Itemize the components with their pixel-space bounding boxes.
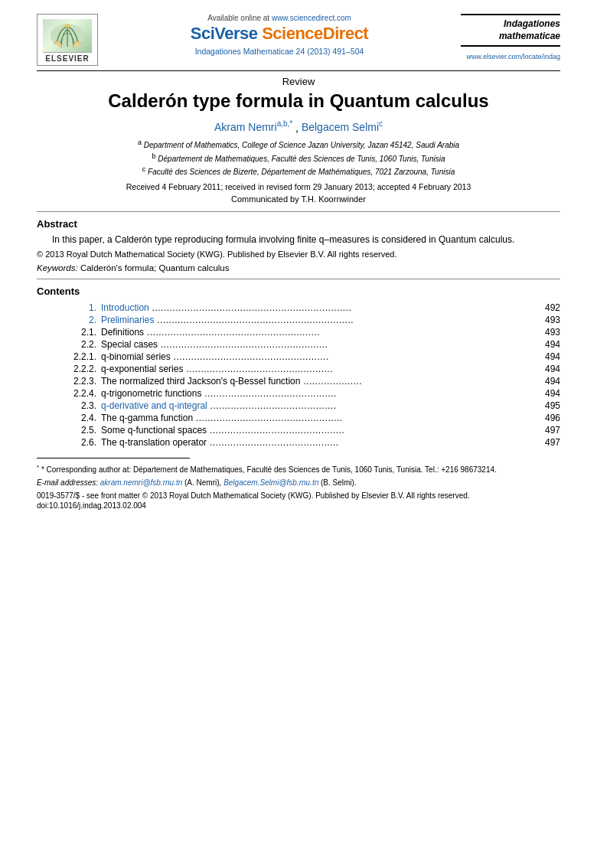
toc-row: 2.5.Some q-functional spaces ...........… — [37, 424, 560, 436]
toc-row: 2.6.The q-translation operator .........… — [37, 436, 560, 449]
toc-label-cell[interactable]: Introduction ...........................… — [101, 302, 533, 314]
indagationes-box: Indagationes mathematicae — [461, 14, 560, 47]
authors-line: Akram Nemria,b,* , Belgacem Selmic — [37, 120, 560, 134]
toc-num-cell: 2.2.1. — [37, 351, 101, 363]
toc-row: 2.2.Special cases ......................… — [37, 338, 560, 351]
article-section-label: Review — [37, 76, 560, 87]
toc-label-cell: Definitions ............................… — [101, 326, 533, 338]
toc-page-cell: 494 — [533, 351, 560, 363]
toc-row: 2.2.3.The normalized third Jackson's q-B… — [37, 375, 560, 387]
author1-super: a,b,* — [277, 120, 293, 129]
toc-page-cell: 494 — [533, 387, 560, 400]
toc-num-cell: 1. — [37, 302, 101, 314]
toc-page-cell: 493 — [533, 326, 560, 338]
section-rule-2 — [37, 279, 560, 279]
abstract-section: Abstract In this paper, a Calderón type … — [37, 218, 560, 272]
toc-num-cell: 2.2.2. — [37, 363, 101, 375]
footnote-star: * * Corresponding author at: Département… — [37, 463, 560, 475]
keywords-line: Keywords: Calderón's formula; Quantum ca… — [37, 263, 560, 272]
toc-num-cell: 2.3. — [37, 400, 101, 412]
toc-label-cell: q-binomial series ......................… — [101, 351, 533, 363]
keywords-values: Calderón's formula; Quantum calculus — [80, 263, 230, 272]
contents-title: Contents — [37, 286, 560, 297]
toc-num-cell: 2.4. — [37, 412, 101, 424]
toc-table: 1.Introduction .........................… — [37, 302, 560, 449]
dates-line: Received 4 February 2011; received in re… — [37, 182, 560, 191]
copyright-line: © 2013 Royal Dutch Mathematical Society … — [37, 250, 560, 259]
toc-link[interactable]: Introduction — [101, 302, 149, 313]
toc-row: 2.Preliminaries ........................… — [37, 314, 560, 326]
toc-page-cell: 496 — [533, 412, 560, 424]
toc-page-cell: 494 — [533, 375, 560, 387]
elsevier-logo-svg — [46, 22, 89, 50]
elsevier-locate-url[interactable]: www.elsevier.com/locate/indag — [466, 53, 560, 60]
toc-label-cell: The normalized third Jackson's q-Bessel … — [101, 375, 533, 387]
toc-link[interactable]: q-derivative and q-integral — [101, 400, 207, 411]
footnote-divider — [37, 458, 190, 458]
abstract-title: Abstract — [37, 218, 560, 230]
toc-label-cell: q-trigonometric functions ..............… — [101, 387, 533, 400]
doi-line: doi:10.1016/j.indag.2013.02.004 — [37, 501, 560, 510]
toc-num-cell: 2.1. — [37, 326, 101, 338]
toc-row: 2.2.4.q-trigonometric functions ........… — [37, 387, 560, 400]
affiliations: a Department of Mathematics, College of … — [37, 138, 560, 178]
elsevier-logo: ELSEVIER — [37, 14, 98, 66]
toc-page-cell: 493 — [533, 314, 560, 326]
toc-link[interactable]: Preliminaries — [101, 315, 154, 325]
toc-label-cell: Special cases ..........................… — [101, 338, 533, 351]
header-divider — [37, 70, 560, 71]
right-header: Indagationes mathematicae www.elsevier.c… — [461, 14, 560, 60]
toc-num-cell: 2.2. — [37, 338, 101, 351]
available-online-text: Available online at www.sciencedirect.co… — [106, 14, 453, 22]
author2-link[interactable]: Belgacem Selmic — [302, 121, 383, 133]
abstract-text: In this paper, a Calderón type reproduci… — [37, 233, 560, 246]
sciencedirect-url[interactable]: www.sciencedirect.com — [272, 14, 351, 22]
toc-label-cell[interactable]: q-derivative and q-integral ............… — [101, 400, 533, 412]
sciverse-title: SciVerse ScienceDirect — [106, 24, 453, 44]
toc-label-cell[interactable]: Preliminaries ..........................… — [101, 314, 533, 326]
email1-link[interactable]: akram.nemri@fsb.rnu.tn — [100, 478, 182, 487]
toc-num-cell: 2. — [37, 314, 101, 326]
center-header: Available online at www.sciencedirect.co… — [98, 14, 461, 56]
contents-section: Contents 1.Introduction ................… — [37, 286, 560, 449]
toc-num-cell: 2.5. — [37, 424, 101, 436]
svg-point-2 — [65, 24, 70, 28]
toc-row: 2.1.Definitions ........................… — [37, 326, 560, 338]
sciverse-sciencedirect: ScienceDirect — [262, 24, 368, 43]
footnote-email: E-mail addresses: akram.nemri@fsb.rnu.tn… — [37, 478, 560, 487]
toc-label-cell: Some q-functional spaces ...............… — [101, 424, 533, 436]
toc-num-cell: 2.6. — [37, 436, 101, 449]
page-header: ELSEVIER Available online at www.science… — [37, 14, 560, 66]
elsevier-logo-image — [43, 19, 92, 53]
toc-label-cell: The q-translation operator .............… — [101, 436, 533, 449]
journal-name-header: Indagationes Mathematicae 24 (2013) 491–… — [106, 47, 453, 56]
elsevier-label: ELSEVIER — [45, 54, 89, 63]
article-title: Calderón type formula in Quantum calculu… — [37, 90, 560, 113]
toc-page-cell: 494 — [533, 363, 560, 375]
toc-page-cell: 497 — [533, 436, 560, 449]
keywords-label: Keywords: — [37, 263, 78, 272]
toc-page-cell: 497 — [533, 424, 560, 436]
toc-num-cell: 2.2.3. — [37, 375, 101, 387]
section-rule-1 — [37, 211, 560, 212]
email2-link[interactable]: Belgacem.Selmi@fsb.rnu.tn — [223, 478, 318, 487]
sciverse-sci: SciVerse — [191, 24, 262, 43]
toc-label-cell: q-exponential series ...................… — [101, 363, 533, 375]
issn-line: 0019-3577/$ - see front matter © 2013 Ro… — [37, 490, 560, 501]
page: ELSEVIER Available online at www.science… — [0, 0, 597, 868]
toc-page-cell: 495 — [533, 400, 560, 412]
toc-page-cell: 494 — [533, 338, 560, 351]
author2-super: c — [379, 120, 383, 129]
toc-row: 1.Introduction .........................… — [37, 302, 560, 314]
indagationes-title: Indagationes mathematicae — [461, 18, 560, 42]
toc-row: 2.2.2.q-exponential series .............… — [37, 363, 560, 375]
toc-num-cell: 2.2.4. — [37, 387, 101, 400]
author1-link[interactable]: Akram Nemria,b,* — [214, 121, 295, 133]
communicated-line: Communicated by T.H. Koornwinder — [37, 194, 560, 204]
toc-row: 2.2.1.q-binomial series ................… — [37, 351, 560, 363]
toc-row: 2.3.q-derivative and q-integral ........… — [37, 400, 560, 412]
elsevier-url: www.elsevier.com/locate/indag — [461, 53, 560, 60]
toc-row: 2.4.The q-gamma function ...............… — [37, 412, 560, 424]
journal-link[interactable]: Indagationes Mathematicae 24 (2013) 491–… — [195, 47, 364, 56]
toc-page-cell: 492 — [533, 302, 560, 314]
